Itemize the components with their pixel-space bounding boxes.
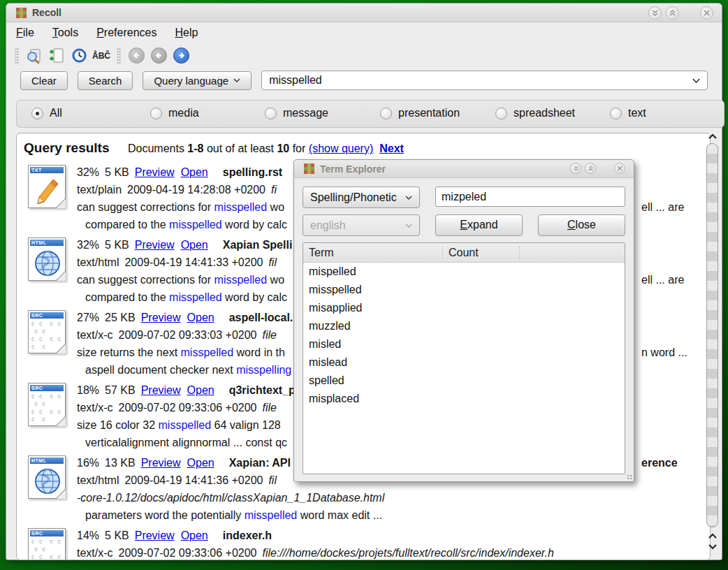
open-link[interactable]: Open [181,529,208,541]
results-header: Query results Documents 1-8 out of at le… [24,140,404,156]
first-page-icon[interactable] [125,45,147,66]
radio-icon[interactable] [150,108,162,119]
chevron-down-icon [233,78,240,82]
preview-link[interactable]: Preview [135,239,175,251]
open-link[interactable]: Open [181,166,208,178]
results-title: Query results [24,140,110,155]
minimize-button[interactable] [648,6,662,20]
filter-all[interactable]: All [31,107,62,119]
term-explorer-icon[interactable]: ÅBĈ [90,45,112,66]
open-link[interactable]: Open [187,312,214,323]
term-explorer-dialog: Term Explorer Spelling/Phonetic mizpeled [293,159,634,482]
scrollbar-thumb[interactable] [706,143,718,527]
term-row[interactable]: mispelled [303,263,625,281]
file-icon-src: SRC [28,383,66,426]
radio-icon[interactable] [610,108,622,119]
source-code-pattern [31,320,62,351]
radio-icon[interactable] [380,108,392,119]
filter-presentation[interactable]: presentation [380,107,460,119]
file-icon-src: SRC [28,310,66,353]
show-query-link[interactable]: (show query) [309,142,373,154]
file-icon-html: HTML [28,455,66,499]
term-row[interactable]: misapplied [303,299,625,317]
open-link[interactable]: Open [187,384,214,396]
search-button[interactable]: Search [78,71,133,90]
close-button[interactable] [614,163,625,174]
maximize-button[interactable] [666,6,679,20]
title-fragment: erence [641,454,678,472]
advanced-search-icon[interactable] [23,45,45,66]
query-language-dropdown[interactable]: Query language [143,71,252,90]
minimize-button[interactable] [570,163,581,174]
snippet-fragment: ell ... are [641,198,684,216]
filter-spreadsheet[interactable]: spreadsheet [495,107,575,119]
dialog-row-2: english Expand Close [303,214,625,236]
menu-help[interactable]: Help [175,27,198,39]
previous-page-icon[interactable] [147,45,170,66]
source-code-pattern [31,538,62,560]
next-page-icon[interactable] [170,45,192,66]
menu-file[interactable]: File [16,27,34,39]
radio-icon[interactable] [495,108,507,119]
term-row[interactable]: misspelled [303,281,625,299]
file-path: -core-1.0.12/docs/apidoc/html/classXapia… [77,489,707,506]
expand-button[interactable]: Expand [435,214,523,236]
term-row[interactable]: spelled [303,372,625,390]
dialog-titlebar[interactable]: Term Explorer [294,160,634,178]
globe-icon [32,466,63,497]
window-title: Recoll [32,7,61,18]
close-dialog-button[interactable]: Close [538,214,625,236]
term-input[interactable]: mizpeled [435,187,625,207]
open-link[interactable]: Open [187,457,214,469]
term-table: Term Count mispelled misspelled misappli… [303,242,625,474]
scroll-down-icon[interactable] [705,541,720,553]
search-input[interactable]: misspelled [261,71,708,90]
main-titlebar[interactable]: Recoll [6,3,722,22]
toolbar: ÅBĈ [6,43,722,68]
menu-tools[interactable]: Tools [52,27,78,39]
chevron-down-icon [405,224,412,228]
term-row[interactable]: mislead [303,353,625,372]
scroll-up-icon[interactable] [705,131,720,142]
result-row[interactable]: SRC 14%5 KBPreviewOpenindexer.h text/x-c… [22,527,707,560]
document-history-icon[interactable] [68,45,90,66]
preview-link[interactable]: Preview [141,312,181,323]
open-link[interactable]: Open [181,239,208,251]
term-row[interactable]: muzzled [303,317,625,335]
snippet-fragment: ell ... are [641,271,684,288]
clear-button[interactable]: Clear [20,71,68,90]
file-icon-txt: TXT [28,165,66,208]
column-count[interactable]: Count [443,247,520,259]
language-select: english [303,214,420,236]
scroll-up-icon[interactable] [705,530,720,541]
dialog-row-1: Spelling/Phonetic mizpeled [303,187,625,208]
term-row[interactable]: misled [303,335,625,353]
menu-preferences[interactable]: Preferences [96,27,156,39]
preview-link[interactable]: Preview [135,529,175,541]
filter-media[interactable]: media [150,107,199,119]
term-table-header[interactable]: Term Count [303,243,625,263]
toolbar-drag-handle[interactable] [15,48,19,64]
maximize-button[interactable] [585,163,596,174]
preview-link[interactable]: Preview [141,384,181,396]
search-row: Clear Search Query language misspelled [6,68,722,94]
chevron-down-icon[interactable] [692,78,700,83]
sort-parameters-icon[interactable] [45,45,68,66]
resize-grip[interactable] [627,474,632,480]
results-scrollbar[interactable] [705,131,720,561]
menubar: File Tools Preferences Help [6,22,722,43]
term-row[interactable]: misplaced [303,390,625,408]
file-icon-src: SRC [28,528,66,560]
expansion-mode-select[interactable]: Spelling/Phonetic [303,187,420,208]
radio-icon[interactable] [265,108,277,119]
filter-text[interactable]: text [610,107,646,119]
preview-link[interactable]: Preview [135,166,175,178]
dialog-title: Term Explorer [320,163,386,175]
preview-link[interactable]: Preview [141,457,181,469]
radio-icon[interactable] [31,108,43,119]
close-button[interactable] [700,6,713,20]
next-link[interactable]: Next [379,142,404,154]
column-term[interactable]: Term [303,247,443,259]
filter-message[interactable]: message [265,107,328,119]
source-code-pattern [31,393,62,423]
